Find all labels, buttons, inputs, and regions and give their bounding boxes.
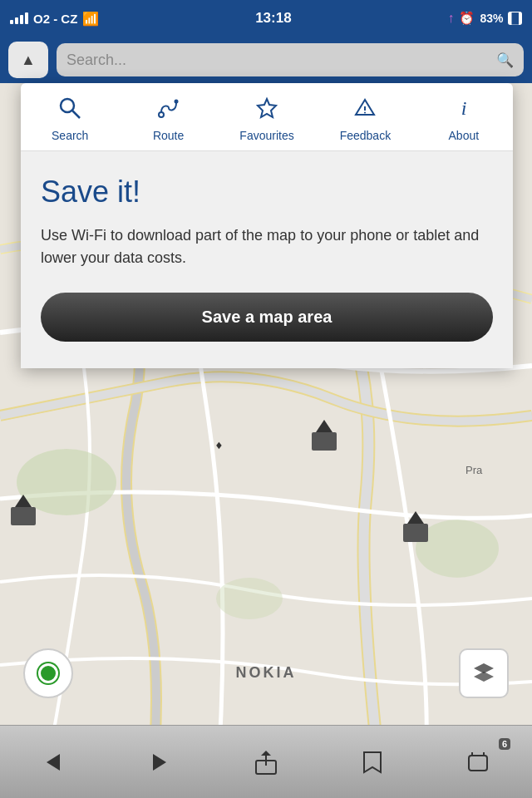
collapse-button[interactable]: ▲ — [8, 42, 48, 78]
popup-panel: Search Route Favourites — [21, 83, 513, 368]
tab-about[interactable]: i About — [415, 90, 513, 150]
tab-favourites[interactable]: Favourites — [218, 90, 316, 150]
svg-marker-35 — [261, 751, 271, 756]
svg-point-3 — [216, 578, 283, 619]
tab-feedback-label: Feedback — [340, 129, 391, 142]
status-bar: O2 - CZ 📶 13:18 ↑ ⏰ 83% █ — [0, 0, 532, 37]
location-icon: ↑ — [447, 11, 454, 26]
star-icon — [255, 96, 278, 126]
chevron-up-icon: ▲ — [21, 52, 36, 69]
save-title: Save it! — [41, 175, 493, 209]
svg-point-25 — [174, 100, 178, 104]
svg-text:⬧: ⬧ — [214, 436, 224, 452]
svg-point-24 — [159, 112, 164, 117]
content-area: Save it! Use Wi-Fi to download part of t… — [21, 151, 513, 368]
svg-point-1 — [17, 449, 116, 515]
bottom-toolbar: 6 — [0, 725, 532, 798]
bookmarks-icon — [359, 749, 386, 776]
share-icon — [253, 749, 279, 776]
info-icon: i — [452, 96, 475, 126]
svg-rect-36 — [469, 756, 487, 771]
svg-text:i: i — [461, 97, 466, 119]
svg-marker-31 — [47, 754, 60, 771]
svg-text:Pra: Pra — [466, 464, 483, 476]
tab-search[interactable]: Search — [21, 90, 119, 150]
back-icon — [40, 749, 66, 776]
nav-tabs: Search Route Favourites — [21, 83, 513, 151]
svg-point-22 — [61, 99, 74, 112]
wifi-icon: 📶 — [82, 11, 99, 27]
gps-dot — [38, 663, 58, 683]
back-button[interactable] — [28, 741, 78, 783]
svg-rect-11 — [312, 432, 337, 451]
svg-rect-13 — [11, 507, 36, 525]
search-icon — [58, 96, 81, 126]
status-left: O2 - CZ 📶 — [10, 11, 99, 27]
save-description: Use Wi-Fi to download part of the map to… — [41, 224, 493, 269]
clock-icon: ⏰ — [459, 11, 475, 26]
search-bar-container[interactable]: Search... 🔍 — [57, 43, 524, 76]
header-bar: ▲ Search... 🔍 — [0, 37, 532, 83]
layers-icon — [470, 660, 497, 687]
route-icon — [157, 96, 180, 126]
tabs-count-badge: 6 — [499, 738, 510, 750]
status-time: 13:18 — [255, 10, 291, 27]
feedback-icon — [353, 96, 377, 126]
layers-button[interactable] — [459, 648, 509, 698]
battery-percent: 83% — [480, 12, 503, 25]
svg-marker-21 — [474, 672, 494, 682]
carrier-name: O2 - CZ — [33, 12, 77, 26]
nokia-label: NOKIA — [236, 664, 297, 682]
signal-bars — [10, 12, 28, 24]
tab-favourites-label: Favourites — [239, 129, 293, 142]
svg-point-29 — [364, 112, 366, 114]
bookmarks-button[interactable] — [347, 741, 397, 783]
forward-button[interactable] — [135, 741, 185, 783]
tab-search-label: Search — [52, 129, 88, 142]
battery-icon: █ — [508, 12, 522, 25]
tabs-button[interactable]: 6 — [454, 741, 504, 783]
tab-route[interactable]: Route — [119, 90, 217, 150]
svg-line-23 — [72, 111, 80, 118]
tabs-icon — [466, 749, 492, 776]
search-placeholder: Search... — [66, 52, 126, 69]
tab-route-label: Route — [153, 129, 184, 142]
forward-icon — [146, 749, 173, 776]
svg-marker-26 — [258, 99, 276, 117]
svg-marker-32 — [153, 754, 166, 771]
share-button[interactable] — [241, 741, 291, 783]
search-icon: 🔍 — [496, 52, 514, 69]
tab-feedback[interactable]: Feedback — [316, 90, 414, 150]
tab-about-label: About — [449, 129, 480, 142]
status-right: ↑ ⏰ 83% █ — [447, 11, 522, 26]
save-map-area-button[interactable]: Save a map area — [41, 293, 493, 342]
svg-rect-15 — [403, 524, 428, 542]
gps-location-button[interactable] — [23, 648, 73, 698]
